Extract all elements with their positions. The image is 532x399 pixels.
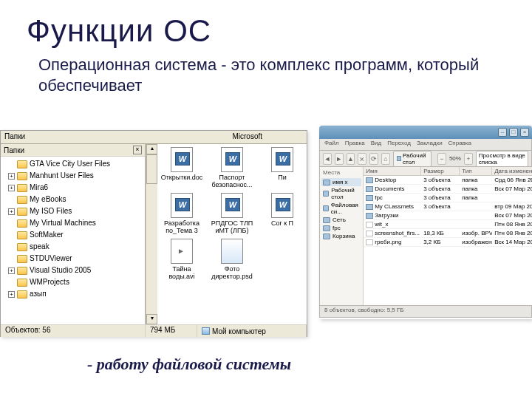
- file-icon-label: Открытки.doc: [160, 174, 203, 181]
- file-row[interactable]: fpc3 объектапапка: [364, 194, 532, 202]
- file-row[interactable]: греби.png3,2 КБизображение PNGВск 14 Мар…: [364, 238, 532, 247]
- gnome-titlebar[interactable]: – □ ×: [319, 126, 532, 139]
- expand-toggle[interactable]: +: [8, 185, 15, 191]
- tree-item[interactable]: SoftMaker: [2, 229, 143, 241]
- places-item[interactable]: Рабочий стол: [321, 186, 361, 201]
- column-header[interactable]: Дата изменения: [492, 167, 532, 175]
- tree-item[interactable]: My eBooks: [2, 194, 143, 205]
- column-header[interactable]: Имя: [364, 167, 421, 175]
- file-icon-item[interactable]: Пи: [261, 147, 304, 188]
- status-size: 794 МБ: [146, 325, 197, 337]
- menu-item[interactable]: Правка: [345, 140, 365, 149]
- menu-item[interactable]: Справка: [449, 140, 471, 149]
- column-header[interactable]: Тип: [460, 167, 492, 175]
- zoom-in-button[interactable]: +: [464, 153, 473, 165]
- scroll-down-button[interactable]: ▾: [146, 314, 157, 324]
- file-icon-item[interactable]: Сог к П: [261, 193, 304, 234]
- tree-item[interactable]: STDUViewer: [2, 253, 143, 265]
- file-icon-item[interactable]: Разработка по_Тема 3: [160, 193, 203, 234]
- cell: изображение PNG: [460, 239, 492, 245]
- status-objects: Объектов: 56: [1, 325, 146, 337]
- folder-icon: [17, 196, 27, 204]
- tree-item[interactable]: GTA Vice City User Files: [2, 158, 143, 170]
- file-icon-item[interactable]: Тайна воды.avi: [160, 239, 203, 280]
- gnome-places-sidebar: Места имя хРабочий столФайловая си...Сет…: [320, 167, 364, 305]
- column-header[interactable]: Размер: [421, 167, 460, 175]
- scrollbar[interactable]: ▴ ▾: [146, 144, 157, 324]
- tree-item[interactable]: +Visual Studio 2005: [2, 265, 143, 276]
- place-icon: [323, 191, 329, 197]
- xp-folder-tree[interactable]: GTA Vice City User Files+Manhunt User Fi…: [1, 157, 145, 301]
- file-icon-label: Пи: [261, 174, 304, 181]
- place-icon: [323, 180, 330, 185]
- cell: 3 объекта: [421, 203, 460, 210]
- tree-item[interactable]: speak: [2, 241, 143, 253]
- maximize-button[interactable]: □: [509, 128, 518, 137]
- word-file-icon: [271, 193, 293, 218]
- file-row[interactable]: ЗагрузкиВск 07 Мар 2010 13:09: [364, 211, 532, 220]
- back-button[interactable]: ◄: [323, 153, 332, 165]
- file-row[interactable]: wit_xПтн 08 Янв 2011 11:45: [364, 220, 532, 229]
- home-button[interactable]: ⌂: [381, 153, 390, 165]
- file-row[interactable]: Desktop3 объектапапкаСрд 06 Янв 2010 19:…: [364, 176, 532, 185]
- cell: Documents: [364, 185, 421, 192]
- expand-toggle[interactable]: +: [8, 291, 15, 298]
- reload-button[interactable]: ⟳: [369, 153, 378, 165]
- place-icon: [323, 233, 330, 239]
- tree-item-label: SoftMaker: [30, 230, 64, 240]
- close-icon[interactable]: ×: [133, 146, 142, 154]
- file-icon-item[interactable]: Паспорт безопаснос...: [211, 147, 253, 188]
- expand-toggle: [8, 232, 15, 239]
- file-icon-item[interactable]: Открытки.doc: [160, 147, 203, 188]
- places-item[interactable]: Файловая си...: [321, 201, 361, 216]
- tree-item[interactable]: My Virtual Machines: [2, 217, 143, 229]
- column-headers[interactable]: ИмяРазмерТипДата изменения: [364, 167, 532, 176]
- places-item[interactable]: Корзина: [321, 232, 361, 240]
- view-mode-select[interactable]: Просмотр в виде списка: [476, 151, 528, 167]
- menu-item[interactable]: Файл: [324, 140, 339, 149]
- places-item[interactable]: имя х: [321, 178, 361, 186]
- word-file-icon: [271, 147, 293, 172]
- cell: Вск 14 Мар 2010 19:20: [492, 239, 532, 245]
- xp-toolbar: Папки Microsoft: [1, 131, 307, 144]
- tree-item[interactable]: WMProjects: [2, 276, 143, 288]
- tree-item[interactable]: +My ISO Files: [2, 205, 143, 217]
- stop-button[interactable]: ⨯: [358, 153, 366, 165]
- close-button[interactable]: ×: [520, 128, 529, 137]
- expand-toggle[interactable]: +: [8, 208, 15, 215]
- place-icon: [323, 225, 330, 231]
- cell: Desktop: [364, 177, 421, 183]
- forward-button[interactable]: ►: [335, 153, 344, 165]
- places-item[interactable]: fpc: [321, 224, 361, 232]
- xp-file-icons-area[interactable]: Открытки.docПаспорт безопаснос...ПиРазра…: [157, 144, 307, 324]
- scroll-up-button[interactable]: ▴: [146, 144, 157, 154]
- tree-item[interactable]: +азып: [2, 288, 143, 300]
- file-row[interactable]: My CLassmets3 объектавтр 09 Мар 2010 9:1…: [364, 202, 532, 211]
- minimize-button[interactable]: –: [498, 128, 507, 137]
- menu-item[interactable]: Переход: [387, 140, 411, 149]
- path-button[interactable]: Рабочий стол: [393, 151, 432, 167]
- tree-item[interactable]: +Mira6: [2, 182, 143, 194]
- menu-item[interactable]: Закладки: [417, 140, 443, 149]
- file-row[interactable]: Documents3 объектапапкаВск 07 Мар 2010 1…: [364, 185, 532, 194]
- expand-toggle[interactable]: +: [8, 267, 15, 274]
- file-row[interactable]: screenshot_firs...18,3 КБизобр. BPVПтн 0…: [364, 229, 532, 238]
- cell: Срд 06 Янв 2010 19:29: [492, 177, 532, 183]
- folder-icon: [17, 243, 27, 251]
- places-item-label: Сеть: [332, 216, 346, 223]
- zoom-out-button[interactable]: −: [437, 153, 446, 165]
- file-icon: [366, 239, 373, 245]
- xp-sidebar-header-label: Папки: [4, 146, 24, 154]
- places-item-label: имя х: [332, 179, 348, 185]
- menu-item[interactable]: Вид: [371, 140, 381, 149]
- expand-toggle[interactable]: +: [8, 173, 15, 180]
- gnome-menubar[interactable]: ФайлПравкаВидПереходЗакладкиСправка: [319, 139, 532, 151]
- file-icon-item[interactable]: Фото директор.psd: [211, 239, 253, 280]
- tree-item[interactable]: +Manhunt User Files: [2, 170, 143, 182]
- file-icon-label: Тайна воды.avi: [160, 265, 203, 280]
- file-icon-item[interactable]: РПДГОС ТЛП иМТ (ЛПБ): [211, 193, 253, 234]
- places-item[interactable]: Сеть: [321, 216, 361, 224]
- scroll-thumb[interactable]: [146, 154, 157, 184]
- gnome-file-list[interactable]: ИмяРазмерТипДата изменения Desktop3 объе…: [364, 167, 532, 305]
- up-button[interactable]: ▲: [347, 153, 355, 165]
